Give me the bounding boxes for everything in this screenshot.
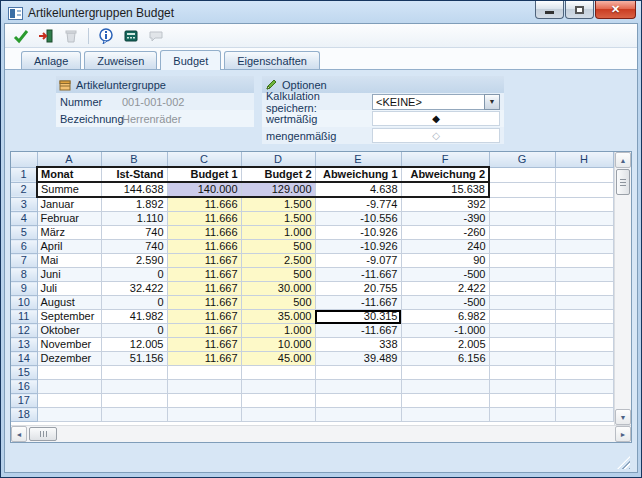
grid-cell[interactable]: 11.667: [167, 296, 241, 310]
grid-cell[interactable]: 0: [101, 268, 167, 282]
mengenmaessig-radio[interactable]: ◇: [372, 128, 500, 143]
grid-cell[interactable]: 11.667: [167, 324, 241, 338]
horizontal-scrollbar[interactable]: ◄ ►: [11, 425, 631, 442]
grid-cell[interactable]: 338: [315, 338, 401, 352]
grid-cell[interactable]: [555, 394, 613, 408]
grid-cell[interactable]: Januar: [37, 197, 101, 212]
grid-cell[interactable]: 35.000: [241, 310, 315, 324]
grid-column-header[interactable]: C: [167, 152, 241, 167]
grid-cell[interactable]: -500: [401, 296, 489, 310]
grid-cell[interactable]: 740: [101, 240, 167, 254]
grid-cell[interactable]: [555, 338, 613, 352]
grid-column-header[interactable]: E: [315, 152, 401, 167]
grid-row-header[interactable]: 6: [11, 240, 37, 254]
grid-cell[interactable]: 32.422: [101, 282, 167, 296]
grid-cell[interactable]: [489, 212, 555, 226]
grid-row-header[interactable]: 11: [11, 310, 37, 324]
grid-cell[interactable]: 90: [401, 254, 489, 268]
grid-cell[interactable]: [489, 254, 555, 268]
scroll-right-button[interactable]: ►: [615, 426, 631, 442]
grid-cell[interactable]: [555, 380, 613, 394]
grid-cell[interactable]: 240: [401, 240, 489, 254]
grid-cell[interactable]: 140.000: [167, 182, 241, 197]
grid-cell[interactable]: -390: [401, 212, 489, 226]
minimize-button[interactable]: [535, 1, 564, 19]
grid-cell[interactable]: 11.666: [167, 240, 241, 254]
calculator-button[interactable]: [120, 26, 142, 46]
grid-row-header[interactable]: 3: [11, 197, 37, 212]
grid-row-header[interactable]: 16: [11, 380, 37, 394]
grid-cell[interactable]: [489, 296, 555, 310]
grid-cell[interactable]: 11.667: [167, 352, 241, 366]
grid-cell[interactable]: -10.556: [315, 212, 401, 226]
grid-row-header[interactable]: 8: [11, 268, 37, 282]
grid-cell[interactable]: [555, 310, 613, 324]
grid-cell[interactable]: Budget 2: [241, 167, 315, 182]
vertical-scrollbar[interactable]: ▲ ▼: [614, 152, 631, 425]
grid-cell[interactable]: 2.422: [401, 282, 489, 296]
grid-cell[interactable]: September: [37, 310, 101, 324]
grid-cell[interactable]: [555, 282, 613, 296]
grid-cell[interactable]: Abweichung 1: [315, 167, 401, 182]
grid-cell[interactable]: Dezember: [37, 352, 101, 366]
grid-cell[interactable]: [401, 366, 489, 380]
grid-column-header[interactable]: G: [489, 152, 555, 167]
grid-cell[interactable]: [555, 212, 613, 226]
grid-cell[interactable]: -11.667: [315, 268, 401, 282]
grid-cell[interactable]: 51.156: [101, 352, 167, 366]
grid-cell[interactable]: 1.110: [101, 212, 167, 226]
grid-cell[interactable]: 11.667: [167, 268, 241, 282]
scroll-left-button[interactable]: ◄: [11, 426, 27, 442]
comment-button[interactable]: [145, 26, 167, 46]
scroll-down-button[interactable]: ▼: [615, 409, 631, 425]
grid-cell[interactable]: [37, 380, 101, 394]
grid-cell[interactable]: 11.666: [167, 212, 241, 226]
grid-cell[interactable]: [101, 394, 167, 408]
grid-cell[interactable]: [489, 182, 555, 197]
grid-cell[interactable]: [241, 408, 315, 422]
resize-grip[interactable]: [617, 456, 630, 469]
tab-anlage[interactable]: Anlage: [21, 51, 81, 69]
grid-cell[interactable]: [37, 408, 101, 422]
grid-cell[interactable]: Ist-Stand: [101, 167, 167, 182]
grid-cell[interactable]: [489, 352, 555, 366]
grid-cell[interactable]: [401, 408, 489, 422]
grid-cell[interactable]: 11.667: [167, 338, 241, 352]
grid-cell[interactable]: 4.638: [315, 182, 401, 197]
grid-cell[interactable]: Summe: [37, 182, 101, 197]
grid-cell[interactable]: [167, 394, 241, 408]
grid-cell[interactable]: 11.667: [167, 282, 241, 296]
grid-cell[interactable]: August: [37, 296, 101, 310]
grid-cell[interactable]: 11.667: [167, 310, 241, 324]
grid-cell[interactable]: Juni: [37, 268, 101, 282]
grid-cell[interactable]: -9.077: [315, 254, 401, 268]
grid-cell[interactable]: Budget 1: [167, 167, 241, 182]
tab-eigenschaften[interactable]: Eigenschaften: [224, 51, 320, 69]
grid-cell[interactable]: 2.590: [101, 254, 167, 268]
grid-cell[interactable]: [489, 380, 555, 394]
grid-cell[interactable]: [37, 394, 101, 408]
grid-cell[interactable]: [101, 408, 167, 422]
grid-cell[interactable]: 45.000: [241, 352, 315, 366]
grid-cell[interactable]: [555, 197, 613, 212]
grid-cell[interactable]: [489, 282, 555, 296]
grid-cell[interactable]: [489, 366, 555, 380]
grid-cell[interactable]: [315, 408, 401, 422]
grid-cell[interactable]: 129.000: [241, 182, 315, 197]
grid-corner[interactable]: [11, 152, 37, 167]
grid-cell[interactable]: [489, 167, 555, 182]
grid-cell[interactable]: [167, 366, 241, 380]
grid-row-header[interactable]: 14: [11, 352, 37, 366]
info-button[interactable]: [95, 26, 117, 46]
grid-cell[interactable]: Monat: [37, 167, 101, 182]
grid-cell[interactable]: [241, 394, 315, 408]
grid-cell[interactable]: -11.667: [315, 296, 401, 310]
delete-button[interactable]: [60, 26, 82, 46]
grid-cell[interactable]: [489, 394, 555, 408]
grid-cell[interactable]: -260: [401, 226, 489, 240]
grid-cell[interactable]: [489, 268, 555, 282]
grid-cell[interactable]: [555, 167, 613, 182]
grid-row-header[interactable]: 18: [11, 408, 37, 422]
grid-cell[interactable]: [555, 240, 613, 254]
grid-cell[interactable]: [489, 338, 555, 352]
